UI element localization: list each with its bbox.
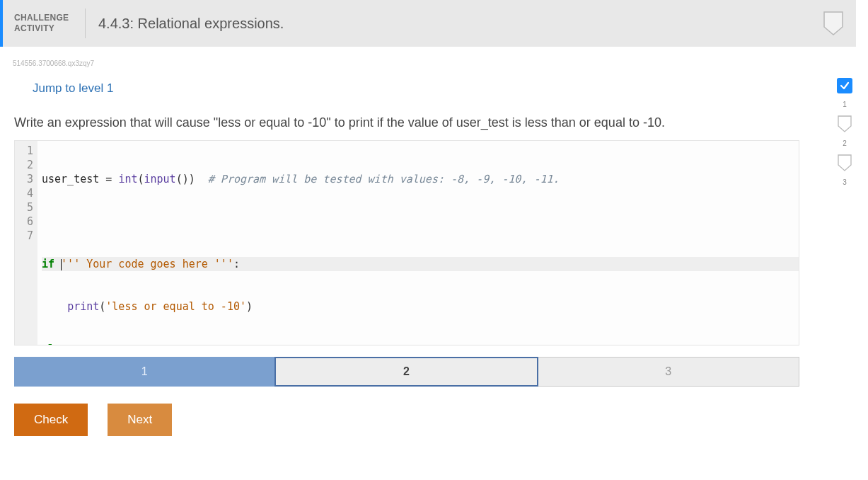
level-1-number: 1	[843, 101, 847, 108]
step-2[interactable]: 2	[274, 357, 538, 387]
level-2-shield-icon	[838, 115, 852, 132]
gutter-line: 6	[18, 215, 33, 229]
header-label-line1: CHALLENGE	[14, 13, 78, 23]
step-bar: 1 2 3	[14, 357, 799, 387]
tok: user_test	[42, 173, 99, 185]
prompt-text: Write an expression that will cause "les…	[14, 115, 799, 130]
tok: ''' Your code goes here '''	[61, 258, 233, 270]
step-3[interactable]: 3	[538, 357, 799, 387]
gutter-line: 1	[18, 144, 33, 158]
level-3-number: 3	[843, 178, 847, 186]
code-line-5[interactable]: else:	[42, 342, 799, 345]
gutter-line: 4	[18, 186, 33, 200]
code-area[interactable]: user_test = int(input()) # Program will …	[37, 141, 799, 345]
level-3-shield-icon	[838, 154, 852, 171]
code-line-4[interactable]: print('less or equal to -10')	[42, 299, 799, 314]
tok: :	[67, 343, 74, 345]
gutter-line: 2	[18, 158, 33, 172]
shield-icon	[823, 11, 843, 35]
code-line-2[interactable]	[42, 215, 799, 229]
tok: else	[42, 343, 67, 345]
tok: int	[118, 173, 137, 185]
editor-gutter: 1 2 3 4 5 6 7	[15, 141, 37, 345]
code-line-3[interactable]: if ''' Your code goes here ''':	[42, 257, 799, 271]
code-line-1[interactable]: user_test = int(input()) # Program will …	[42, 172, 799, 186]
main-content: 514556.3700668.qx3zqy7 Jump to level 1 W…	[0, 47, 814, 449]
tok: (	[99, 300, 105, 313]
jump-to-level-link[interactable]: Jump to level 1	[33, 81, 113, 96]
code-editor[interactable]: 1 2 3 4 5 6 7 user_test = int(input()) #…	[14, 140, 799, 345]
tok: print	[67, 300, 99, 313]
tok: )	[246, 300, 253, 313]
level-progress-column: 1 2 3	[837, 78, 852, 186]
tok: # Program will be tested with values: -8…	[208, 173, 560, 185]
tok: =	[99, 173, 118, 185]
level-2-number: 2	[843, 139, 847, 147]
header-label-line2: ACTIVITY	[14, 23, 78, 34]
step-1[interactable]: 1	[14, 357, 274, 387]
activity-title: 4.4.3: Relational expressions.	[98, 16, 284, 32]
tok: if	[42, 258, 61, 270]
check-button[interactable]: Check	[14, 404, 88, 436]
tok: (	[137, 173, 144, 185]
tok: ())	[176, 173, 208, 185]
header-divider	[85, 8, 86, 38]
next-button[interactable]: Next	[108, 404, 172, 436]
tok: 'less or equal to -10'	[105, 300, 246, 313]
tok: :	[233, 258, 240, 270]
gutter-line: 5	[18, 200, 33, 215]
session-id-text: 514556.3700668.qx3zqy7	[13, 59, 799, 67]
button-row: Check Next	[14, 404, 799, 436]
header-label: CHALLENGE ACTIVITY	[14, 13, 78, 34]
challenge-header: CHALLENGE ACTIVITY 4.4.3: Relational exp…	[0, 0, 856, 47]
tok	[42, 300, 67, 313]
gutter-line: 3	[18, 172, 33, 186]
gutter-line: 7	[18, 229, 33, 243]
level-1-done-badge	[837, 78, 852, 93]
tok: input	[144, 173, 176, 185]
check-icon	[840, 81, 850, 91]
